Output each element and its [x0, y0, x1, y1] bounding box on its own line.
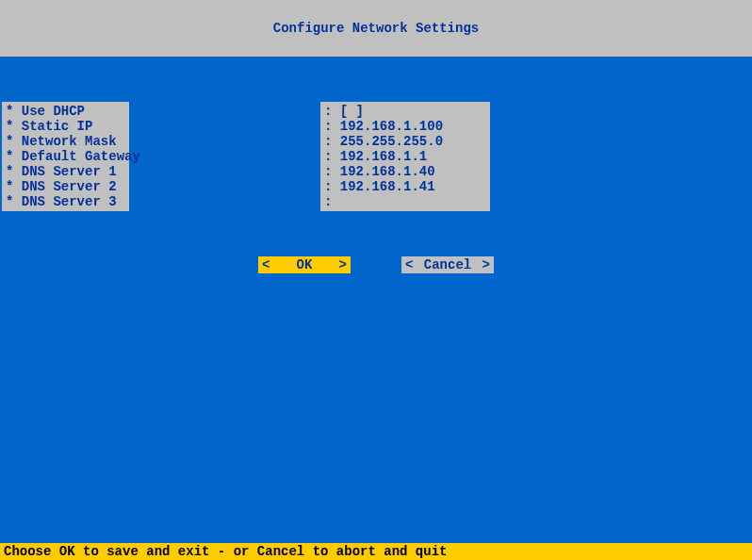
value-dns-server-1[interactable]: : 192.168.1.40	[324, 164, 486, 179]
field-values: : [ ] : 192.168.1.100 : 255.255.255.0 : …	[320, 102, 490, 211]
bracket-right-icon: >	[339, 257, 347, 272]
label-default-gateway: * Default Gateway	[6, 149, 125, 164]
ok-button-label: OK	[270, 257, 338, 272]
value-dns-server-3[interactable]: :	[324, 194, 486, 209]
button-row: < OK > < Cancel >	[0, 256, 752, 273]
dialog-title: Configure Network Settings	[273, 21, 479, 36]
value-use-dhcp[interactable]: : [ ]	[324, 104, 486, 119]
bracket-left-icon: <	[405, 257, 413, 272]
label-network-mask: * Network Mask	[6, 134, 125, 149]
value-dns-server-2[interactable]: : 192.168.1.41	[324, 179, 486, 194]
ok-button[interactable]: < OK >	[258, 256, 351, 273]
bracket-left-icon: <	[262, 257, 270, 272]
dialog-body: * Use DHCP * Static IP * Network Mask * …	[0, 57, 752, 543]
label-static-ip: * Static IP	[6, 119, 125, 134]
label-dns-server-1: * DNS Server 1	[6, 164, 125, 179]
label-dns-server-2: * DNS Server 2	[6, 179, 125, 194]
value-network-mask[interactable]: : 255.255.255.0	[324, 134, 486, 149]
value-default-gateway[interactable]: : 192.168.1.1	[324, 149, 486, 164]
value-static-ip[interactable]: : 192.168.1.100	[324, 119, 486, 134]
label-use-dhcp: * Use DHCP	[6, 104, 125, 119]
label-dns-server-3: * DNS Server 3	[6, 194, 125, 209]
footer-hint: Choose OK to save and exit - or Cancel t…	[0, 543, 752, 560]
field-labels: * Use DHCP * Static IP * Network Mask * …	[2, 102, 129, 211]
dialog-header: Configure Network Settings	[0, 0, 752, 57]
cancel-button[interactable]: < Cancel >	[401, 256, 494, 273]
bracket-right-icon: >	[482, 257, 490, 272]
cancel-button-label: Cancel	[413, 257, 482, 272]
